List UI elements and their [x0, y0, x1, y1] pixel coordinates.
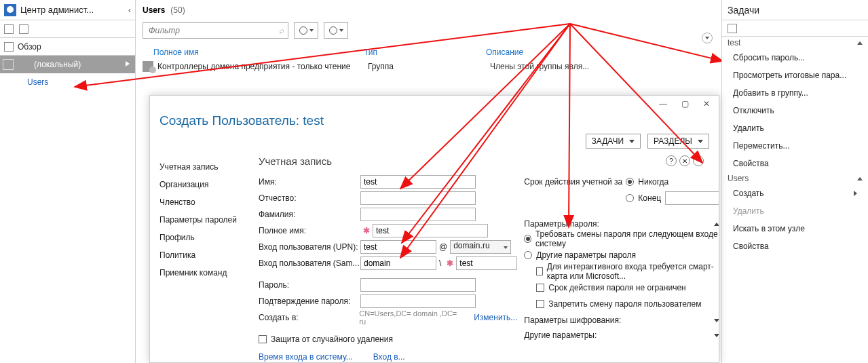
task-delete[interactable]: Удалить — [722, 119, 868, 137]
sam-user-input[interactable] — [456, 256, 517, 270]
cantchange-checkbox[interactable] — [536, 300, 544, 308]
protect-checkbox[interactable] — [259, 335, 267, 343]
nav-account[interactable]: Учетная запись — [150, 158, 252, 176]
sam-domain-input[interactable] — [360, 256, 436, 270]
task-create-label: Создать — [733, 189, 764, 198]
required-icon: ✱ — [444, 259, 456, 268]
col-name[interactable]: Полное имя — [153, 47, 364, 57]
logon-hours-link[interactable]: Время входа в систему... — [259, 352, 353, 362]
password-input[interactable] — [360, 278, 476, 292]
other-params-label: Другие параметры: — [524, 330, 597, 340]
app-icon — [4, 4, 16, 16]
must-change-radio[interactable] — [524, 235, 531, 243]
tasks-group-users[interactable]: Users — [722, 172, 868, 185]
first-name-label: Имя: — [259, 177, 360, 187]
expires-end-radio[interactable] — [626, 194, 634, 202]
overview-icon — [4, 42, 14, 52]
expires-date-input[interactable] — [665, 191, 719, 205]
task-disable[interactable]: Отключить — [722, 102, 868, 119]
nav-policy[interactable]: Политика — [150, 246, 252, 264]
dialog-nav: Учетная запись Организация Членство Пара… — [150, 153, 252, 362]
chevron-right-icon — [126, 61, 130, 66]
full-name-input[interactable] — [373, 224, 488, 237]
nav-overview-label: Обзор — [18, 42, 41, 52]
search-icon[interactable]: ⌕ — [279, 26, 284, 35]
collapse-nav-button[interactable]: ‹ — [128, 5, 131, 15]
logon-to-link[interactable]: Вход в... — [373, 352, 405, 362]
backslash: \ — [436, 259, 444, 268]
tasks-dropdown[interactable]: ЗАДАЧИ — [586, 134, 641, 149]
tasks-label: ЗАДАЧИ — [592, 136, 624, 146]
nav-password-params[interactable]: Параметры паролей — [150, 211, 252, 229]
col-desc[interactable]: Описание — [486, 47, 608, 57]
group-users-label: Users — [728, 174, 749, 183]
at-sign: @ — [436, 242, 450, 252]
pwd-options-label: Параметры пароля: — [524, 219, 599, 229]
tree-collapse-icon[interactable] — [4, 24, 14, 34]
nav-local-label: (локальный) — [34, 60, 81, 69]
expires-never-radio[interactable] — [626, 178, 634, 186]
tasks-tool-icon[interactable] — [728, 24, 737, 33]
chevron-down-icon[interactable] — [714, 319, 719, 322]
task-search-node[interactable]: Искать в этом узле — [722, 220, 868, 237]
close-button[interactable]: ✕ — [697, 96, 716, 112]
group-test-label: test — [728, 38, 740, 47]
nav-users[interactable]: Users — [0, 73, 135, 91]
create-user-dialog: — ▢ ✕ Создать Пользователь: test ЗАДАЧИ … — [149, 95, 719, 363]
nav-local-domain[interactable]: (локальный) — [0, 56, 135, 73]
maximize-button[interactable]: ▢ — [675, 96, 694, 112]
smartcard-label: Для интерактивного входа требуется смарт… — [547, 262, 719, 281]
left-toolbar — [0, 20, 135, 38]
task-container-properties[interactable]: Свойства — [722, 237, 868, 255]
dn-value: CN=Users,DC= domain ,DC= ru — [359, 309, 464, 326]
expand-list-button[interactable] — [702, 33, 713, 43]
tasks-toolbar — [722, 20, 868, 37]
main-title: Users — [143, 5, 165, 15]
main-toolbar: ⌕ — [136, 20, 719, 41]
task-move[interactable]: Переместить... — [722, 137, 868, 155]
filter-box[interactable]: ⌕ — [143, 22, 288, 39]
upn-suffix-dropdown[interactable]: domain.ru — [450, 240, 511, 254]
tree-expand-icon[interactable] — [19, 24, 29, 34]
task-add-to-group[interactable]: Добавить в группу... — [722, 84, 868, 102]
main-header: Users (50) — [136, 0, 719, 20]
nav-membership[interactable]: Членство — [150, 193, 252, 211]
task-resultant-policy[interactable]: Просмотреть итоговые пара... — [722, 66, 868, 84]
change-dn-link[interactable]: Изменить... — [474, 313, 517, 322]
first-name-input[interactable] — [360, 175, 476, 189]
nav-organization[interactable]: Организация — [150, 176, 252, 193]
confirm-password-input[interactable] — [360, 294, 476, 308]
tasks-group-test[interactable]: test — [722, 37, 868, 49]
middle-name-label: Отчество: — [259, 193, 360, 203]
minimize-button[interactable]: — — [654, 96, 673, 112]
middle-name-input[interactable] — [360, 191, 476, 205]
noexpire-checkbox[interactable] — [536, 284, 544, 292]
cantchange-label: Запретить смену пароля пользователем — [548, 299, 701, 309]
chevron-up-icon — [857, 177, 863, 180]
other-pwd-label: Другие параметры пароля — [536, 250, 636, 260]
task-reset-password[interactable]: Сбросить пароль... — [722, 49, 868, 66]
nav-profile[interactable]: Профиль — [150, 229, 252, 246]
chevron-down-icon[interactable] — [714, 223, 719, 226]
col-type[interactable]: Тип — [364, 47, 486, 57]
chevron-right-icon — [854, 191, 857, 196]
filter-input[interactable] — [147, 25, 279, 36]
other-pwd-radio[interactable] — [524, 251, 532, 259]
app-title: Центр админист... — [20, 5, 127, 15]
view-options-button[interactable] — [294, 22, 318, 39]
task-create[interactable]: Создать — [722, 185, 868, 202]
refresh-options-button[interactable] — [324, 22, 348, 39]
last-name-input[interactable] — [360, 208, 476, 221]
upn-input[interactable] — [360, 240, 436, 254]
noexpire-label: Срок действия пароля не ограничен — [548, 283, 685, 292]
nav-overview[interactable]: Обзор — [0, 38, 135, 56]
row-name: Контроллеры домена предприятия - только … — [157, 62, 368, 71]
nav-command-receiver[interactable]: Приемник команд — [150, 264, 252, 282]
task-properties[interactable]: Свойства — [722, 155, 868, 172]
table-row[interactable]: Контроллеры домена предприятия - только … — [143, 61, 713, 72]
sections-label: РАЗДЕЛЫ — [654, 136, 692, 146]
sections-dropdown[interactable]: РАЗДЕЛЫ — [647, 134, 709, 149]
chevron-up-icon — [857, 41, 863, 45]
chevron-down-icon[interactable] — [714, 334, 719, 337]
smartcard-checkbox[interactable] — [536, 267, 542, 275]
